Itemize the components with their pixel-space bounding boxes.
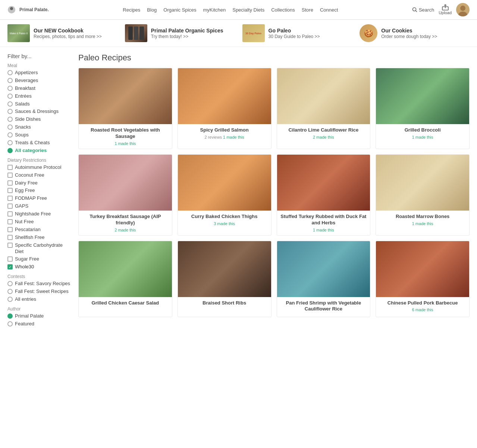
promo-paleo[interactable]: 30 Day Paleo Go Paleo 30 Day Guide to Pa… — [242, 24, 352, 42]
nav-recipes[interactable]: Recipes — [123, 7, 140, 13]
sidebar-item-whole30[interactable]: Whole30 — [7, 264, 71, 270]
checkbox-specific-carb[interactable] — [7, 243, 13, 248]
sidebar-item-treats[interactable]: Treats & Cheats — [7, 140, 71, 146]
sidebar-item-soups[interactable]: Soups — [7, 132, 71, 138]
sidebar-item-beverages[interactable]: Beverages — [7, 78, 71, 84]
radio-salads[interactable] — [7, 101, 13, 107]
recipe-card[interactable]: Roasted Root Vegetables with Sausage1 ma… — [78, 68, 172, 149]
nav-collections[interactable]: Collections — [271, 7, 295, 13]
sidebar-item-dairy-free[interactable]: Dairy Free — [7, 180, 71, 186]
recipe-card[interactable]: Spicy Grilled Salmon2 reviews 1 made thi… — [178, 68, 272, 149]
label-entrees: Entrées — [15, 93, 32, 100]
promo-spices[interactable]: Primal Palate Organic Spices Try them to… — [125, 24, 235, 42]
checkbox-coconut-free[interactable] — [7, 173, 13, 178]
radio-primal-palate[interactable] — [7, 313, 13, 319]
radio-beverages[interactable] — [7, 78, 13, 83]
recipe-card[interactable]: Cilantro Lime Cauliflower Rice2 made thi… — [277, 68, 371, 149]
recipe-card[interactable]: Stuffed Turkey Rubbed with Duck Fat and … — [277, 154, 371, 236]
recipe-info: Turkey Breakfast Sausage (AIP friendly)2… — [79, 211, 172, 235]
radio-breakfast[interactable] — [7, 86, 13, 91]
promo-cookies[interactable]: 🍪 Our Cookies Order some dough today >> — [360, 24, 470, 42]
sidebar-item-specific-carb[interactable]: Specific Carbohydrate Diet — [7, 242, 71, 255]
sidebar-item-coconut-free[interactable]: Coconut Free — [7, 172, 71, 179]
checkbox-dairy-free[interactable] — [7, 180, 13, 186]
checkbox-nightshade[interactable] — [7, 211, 13, 217]
recipe-meta: 2 made this — [82, 228, 169, 232]
promo-cookbook[interactable]: Make it Paleo II Our NEW Cookbook Recipe… — [7, 24, 117, 42]
recipe-card[interactable]: Turkey Breakfast Sausage (AIP friendly)2… — [78, 154, 172, 236]
recipe-card[interactable]: Grilled Chicken Caesar Salad — [78, 241, 172, 318]
recipe-card[interactable]: Chinese Pulled Pork Barbecue6 made this — [376, 241, 470, 318]
sidebar-item-primal-palate[interactable]: Primal Palate — [7, 313, 71, 319]
sidebar-item-fall-sweet[interactable]: Fall Fest: Sweet Recipes — [7, 288, 71, 295]
sidebar-item-entrees[interactable]: Entrées — [7, 93, 71, 100]
radio-all-entries[interactable] — [7, 297, 13, 302]
nav-blog[interactable]: Blog — [147, 7, 157, 13]
sidebar-item-salads[interactable]: Salads — [7, 101, 71, 107]
sidebar-item-breakfast[interactable]: Breakfast — [7, 85, 71, 92]
checkbox-gaps[interactable] — [7, 204, 13, 209]
nav-connect[interactable]: Connect — [320, 7, 338, 13]
recipe-card[interactable]: Curry Baked Chicken Thighs3 made this — [178, 154, 272, 236]
site-logo[interactable]: Primal Palate. — [7, 6, 49, 14]
radio-soups[interactable] — [7, 132, 13, 138]
sidebar-item-pescatarian[interactable]: Pescatarian — [7, 227, 71, 233]
nav-store[interactable]: Store — [302, 7, 313, 13]
sidebar-item-gaps[interactable]: GAPS — [7, 203, 71, 209]
nav-mykitchen[interactable]: myKitchen — [203, 7, 226, 13]
svg-point-6 — [460, 6, 465, 11]
radio-snacks[interactable] — [7, 124, 13, 130]
radio-featured[interactable] — [7, 321, 13, 326]
sidebar-item-side-dishes[interactable]: Side Dishes — [7, 116, 71, 123]
checkbox-pescatarian[interactable] — [7, 227, 13, 232]
label-pescatarian: Pescatarian — [15, 227, 41, 233]
radio-side-dishes[interactable] — [7, 117, 13, 122]
radio-appetizers[interactable] — [7, 70, 13, 75]
checkbox-sugar-free[interactable] — [7, 256, 13, 262]
checkbox-autoimmune[interactable] — [7, 165, 13, 170]
search-button[interactable]: Search — [412, 7, 434, 13]
svg-point-1 — [10, 7, 13, 10]
radio-sauces[interactable] — [7, 109, 13, 114]
upload-button[interactable]: Upload — [439, 4, 452, 15]
radio-entrees[interactable] — [7, 94, 13, 99]
recipe-card[interactable]: Pan Fried Shrimp with Vegetable Cauliflo… — [277, 241, 371, 318]
svg-point-2 — [412, 8, 416, 11]
recipe-name: Curry Baked Chicken Thighs — [181, 214, 268, 220]
checkbox-nut-free[interactable] — [7, 219, 13, 224]
radio-fall-sweet[interactable] — [7, 289, 13, 294]
sidebar-item-sauces[interactable]: Sauces & Dressings — [7, 108, 71, 115]
nav-organic-spices[interactable]: Organic Spices — [163, 7, 196, 13]
recipe-card[interactable]: Roasted Marrow Bones1 made this — [376, 154, 470, 236]
sidebar-item-nut-free[interactable]: Nut Free — [7, 219, 71, 225]
sidebar-item-all-entries[interactable]: All entries — [7, 296, 71, 303]
sidebar-item-fodmap[interactable]: FODMAP Free — [7, 195, 71, 202]
sidebar-item-nightshade[interactable]: Nightshade Free — [7, 211, 71, 217]
checkbox-whole30[interactable] — [7, 264, 13, 269]
radio-all-categories[interactable] — [7, 148, 13, 153]
recipe-name: Cilantro Lime Cauliflower Rice — [280, 127, 367, 133]
recipe-grid: Roasted Root Vegetables with Sausage1 ma… — [78, 68, 470, 317]
sidebar-item-all-categories[interactable]: All categories — [7, 148, 71, 154]
recipe-made-count: 1 made this — [412, 135, 433, 139]
author-label: Author — [7, 306, 71, 312]
checkbox-shellfish-free[interactable] — [7, 235, 13, 240]
recipe-card[interactable]: Grilled Broccoli1 made this — [376, 68, 470, 149]
sidebar-item-snacks[interactable]: Snacks — [7, 124, 71, 130]
sidebar-item-autoimmune[interactable]: Autoimmune Protocol — [7, 164, 71, 171]
sidebar-item-featured[interactable]: Featured — [7, 321, 71, 327]
radio-treats[interactable] — [7, 140, 13, 145]
sidebar-item-egg-free[interactable]: Egg Free — [7, 187, 71, 194]
radio-fall-savory[interactable] — [7, 281, 13, 286]
sidebar-item-fall-savory[interactable]: Fall Fest: Savory Recipes — [7, 281, 71, 287]
nav-specialty-diets[interactable]: Specialty Diets — [232, 7, 264, 13]
sidebar-item-appetizers[interactable]: Appetizers — [7, 70, 71, 76]
recipe-card[interactable]: Braised Short Ribs — [178, 241, 272, 318]
checkbox-egg-free[interactable] — [7, 188, 13, 193]
recipe-made-count: 2 made this — [114, 228, 136, 232]
user-avatar[interactable] — [456, 3, 470, 16]
sidebar-item-sugar-free[interactable]: Sugar Free — [7, 256, 71, 262]
sidebar-item-shellfish-free[interactable]: Shellfish Free — [7, 234, 71, 241]
checkbox-fodmap[interactable] — [7, 196, 13, 201]
meal-label: Meal — [7, 63, 71, 68]
